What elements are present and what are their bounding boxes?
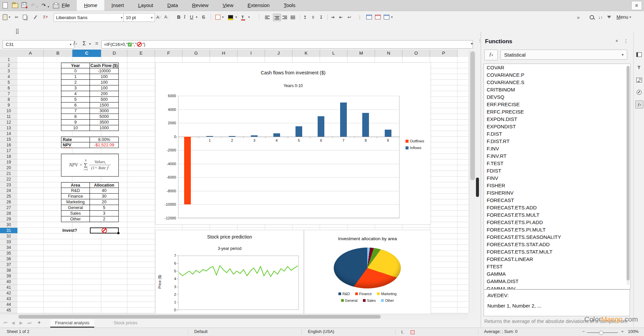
row-header-43[interactable]: 43 [0,296,17,302]
function-item-forecast.ets.seasonality[interactable]: FORECAST.ETS.SEASONALITY [484,233,630,241]
table-cell[interactable]: 9 [61,120,90,125]
function-wizard-button[interactable]: ƒx [484,50,498,60]
table-cell[interactable]: 2 [90,216,119,222]
function-item-f.dist[interactable]: F.DIST [484,130,630,138]
row-header-2[interactable]: 2 [0,63,17,68]
open-file-icon[interactable] [12,2,18,8]
language-status[interactable]: English (USA) [308,329,334,334]
table-cell[interactable]: 5 [61,97,90,103]
hamburger-menu-icon[interactable]: ≡ [631,1,642,10]
sidebar-resize-handle[interactable] [476,178,479,197]
row-header-29[interactable]: 29 [0,216,17,222]
row-header-40[interactable]: 40 [0,279,17,285]
fill-handle[interactable] [117,232,119,234]
category-dropdown[interactable]: Statistical ▾ [500,50,627,60]
column-header-K[interactable]: K [292,50,320,57]
increase-indent-icon[interactable]: ⇥ [331,14,334,20]
table-cell[interactable]: Other [61,216,90,222]
justify-icon[interactable] [290,14,296,20]
column-header-B[interactable]: B [44,50,72,57]
table-cell[interactable]: 1 [61,74,90,80]
row-header-3[interactable]: 3 [0,68,17,74]
line-chart-object[interactable]: Stock price prediction3-year periodPrice… [155,230,304,314]
borders-dropdown-icon[interactable]: ▾ [222,14,224,20]
function-item-covar[interactable]: COVAR [484,64,630,71]
table-cell[interactable]: 500 [90,97,119,103]
table-cell[interactable]: Allocation [90,182,119,188]
column-header-F[interactable]: F [155,50,182,57]
table-cell[interactable]: General [61,205,90,211]
row-header-44[interactable]: 44 [0,302,17,308]
table-cell[interactable]: 5 [90,205,119,211]
column-header-D[interactable]: D [101,50,127,57]
function-item-fisherinv[interactable]: FISHERINV [484,189,630,197]
menu-tab-insert[interactable]: Insert [104,0,131,11]
function-item-critbinom[interactable]: CRITBINOM [484,86,630,93]
function-item-forecast.ets.pi.add[interactable]: FORECAST.ETS.PI.ADD [484,219,630,226]
styles-deck-icon[interactable]: T [635,64,643,71]
row-header-21[interactable]: 21 [0,171,17,177]
table-cell[interactable]: 7 [61,108,90,114]
table-cell[interactable]: 6 [61,103,90,108]
menu-tab-layout[interactable]: Layout [131,0,160,11]
row-header-35[interactable]: 35 [0,251,17,256]
last-sheet-icon[interactable]: ⏭ [28,320,32,326]
table-cell[interactable]: Cash Flow ($) [90,63,119,68]
sheet-tab-stock-prices[interactable]: Stock prices [109,319,142,327]
background-color-dropdown-icon[interactable]: ▾ [235,14,237,20]
strikethrough-icon[interactable]: S [202,14,205,20]
row-header-32[interactable]: 32 [0,233,17,239]
formula-input[interactable]: =IF(C16>0,"✓","") [101,40,473,49]
table-cell[interactable]: 0 [61,68,90,74]
align-left-icon[interactable] [265,14,270,20]
table-cell[interactable]: 100 [90,85,119,91]
new-document-icon[interactable] [3,2,9,8]
paste-dropdown-icon[interactable]: ▾ [9,14,10,20]
toolbar-overflow-icon[interactable]: ⋮ [358,14,362,20]
decrease-indent-icon[interactable]: ⇤ [339,14,343,20]
selection-sum-status[interactable]: Average: ; Sum: 0 [484,329,518,334]
document-modified-icon[interactable] [411,330,415,335]
column-header-H[interactable]: H [210,50,237,57]
table-cell[interactable]: 2 [61,80,90,85]
previous-sheet-icon[interactable]: ◀ [11,320,15,325]
function-item-gamma[interactable]: GAMMA [484,270,630,278]
menu-tab-home[interactable]: Home [77,0,104,11]
function-item-forecast.ets.stat.add[interactable]: FORECAST.ETS.STAT.ADD [484,241,630,248]
row-header-10[interactable]: 10 [0,108,17,114]
add-sheet-icon[interactable]: + [38,320,41,326]
row-header-31[interactable]: 31 [0,228,17,233]
menu-tab-extension[interactable]: Extension [240,0,277,11]
name-box[interactable]: C31 ▾ [3,40,74,49]
row-header-9[interactable]: 9 [0,103,17,108]
vertical-scrollbar[interactable] [469,50,476,313]
function-item-erfc.precise[interactable]: ERFC.PRECISE [484,108,630,116]
function-item-fisher[interactable]: FISHER [484,182,630,189]
horizontal-scrollbar-thumb[interactable] [18,315,381,319]
clone-formatting-icon[interactable] [35,14,36,20]
row-header-18[interactable]: 18 [0,154,17,159]
sum-dropdown-icon[interactable]: ▾ [89,42,91,46]
row-header-37[interactable]: 37 [0,262,17,268]
table-cell[interactable]: -10000 [90,68,119,74]
function-list[interactable]: COVARCOVARIANCE.PCOVARIANCE.SCRITBINOMDE… [484,64,631,289]
table-cell[interactable]: -$1,522.09 [90,142,119,148]
table-cell[interactable]: 8.00% [90,137,119,142]
font-size-combo[interactable]: 10 pt▾ [123,13,155,22]
table-cell[interactable]: 3 [61,85,90,91]
row-header-17[interactable]: 17 [0,148,17,154]
page-style-status[interactable]: Default [194,329,208,334]
clear-formatting-icon[interactable]: T✗ [43,14,48,20]
table-cell[interactable]: Finance [61,194,90,199]
table-cell[interactable]: 3500 [90,120,119,125]
row-header-13[interactable]: 13 [0,125,17,131]
row-header-24[interactable]: 24 [0,188,17,194]
function-item-expon.dist[interactable]: EXPON.DIST [484,116,630,123]
search-icon[interactable] [590,14,594,20]
menu-tab-tools[interactable]: Tools [277,0,303,11]
row-header-4[interactable]: 4 [0,74,17,80]
menu-button[interactable]: Menu ▾ [616,14,631,20]
column-header-A[interactable]: A [17,50,44,57]
function-item-f.inv[interactable]: F.INV [484,145,630,152]
column-header-E[interactable]: E [127,50,155,57]
